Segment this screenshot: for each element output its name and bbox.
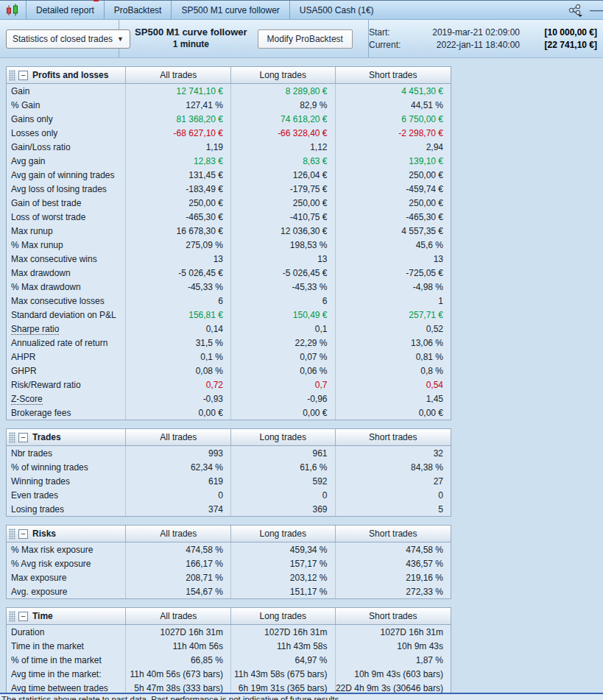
table-row: % Max risk exposure474,58 %459,34 %474,5… [7, 542, 451, 556]
row-label-cell: Avg. exposure [7, 587, 125, 597]
cell-value: 272,33 % [335, 584, 451, 598]
cell-value: 11h 40m 56s (673 bars) [125, 667, 230, 681]
table-row: % Max runup275,09 %198,53 %45,6 % [7, 238, 451, 252]
drag-grip-icon[interactable] [9, 528, 15, 540]
cell-value: 127,41 % [125, 98, 230, 112]
row-label: Nbr trades [11, 448, 52, 459]
cell-value: 1027D 16h 31m [125, 625, 230, 639]
row-label: Z-Score [11, 394, 43, 405]
collapse-minus-button[interactable]: − [18, 71, 28, 80]
row-label-cell: Brokerage fees [7, 408, 125, 418]
table-row: Duration1027D 16h 31m1027D 16h 31m1027D … [7, 625, 451, 639]
cell-value: 151,17 % [230, 584, 335, 598]
drag-grip-icon[interactable] [9, 432, 15, 443]
row-label: Duration [11, 627, 44, 637]
stats-table: −RisksAll tradesLong tradesShort trades%… [6, 525, 451, 599]
row-label: Risk/Reward ratio [11, 380, 81, 390]
table-row: GHPR0,08 %0,06 %0,8 % [7, 364, 451, 378]
table-title-cell: −Profits and losses [7, 67, 125, 83]
row-label-cell: Loss of worst trade [7, 212, 125, 222]
cell-value: 993 [125, 446, 230, 460]
column-header: Long trades [230, 67, 335, 83]
cell-value: 203,12 % [230, 570, 335, 584]
table-row: Gains only81 368,20 €74 618,20 €6 750,00… [7, 112, 451, 126]
row-label: Even trades [11, 490, 58, 501]
row-label-cell: % Max runup [7, 240, 125, 250]
cell-value: 13 [125, 252, 230, 266]
tab-detailed-report[interactable]: Detailed report [27, 1, 105, 19]
cell-value: 2,94 [335, 140, 451, 154]
cell-value: 64,97 % [230, 653, 335, 667]
tab-instrument[interactable]: USA500 Cash (1€) [290, 1, 384, 19]
cell-value: 6 [230, 294, 335, 308]
row-label: Losing trades [11, 504, 64, 515]
cell-value: 1,45 [335, 392, 451, 406]
row-label-cell: % of time in the market [7, 655, 125, 665]
minimize-dash-icon[interactable]: —— [590, 5, 603, 15]
column-header: Long trades [230, 429, 335, 445]
drag-grip-icon[interactable] [9, 70, 15, 81]
cell-value: 436,57 % [335, 556, 451, 570]
collapse-minus-button[interactable]: − [18, 529, 28, 539]
row-label: Avg gain [11, 156, 45, 166]
cell-value: 31,5 % [125, 336, 230, 350]
table-row: Max consecutive losses661 [7, 294, 451, 308]
tab-strategy[interactable]: SP500 M1 curve follower [172, 1, 289, 19]
cell-value: 126,04 € [230, 168, 335, 182]
row-label-cell: Nbr trades [7, 448, 125, 459]
cell-value: -0,93 [125, 392, 230, 406]
cell-value: 0,52 [335, 322, 451, 336]
cell-value: 1 [335, 294, 451, 308]
collapse-minus-button[interactable]: − [18, 433, 28, 442]
table-title: Risks [32, 528, 56, 539]
column-header: All trades [125, 429, 230, 445]
column-header: All trades [125, 608, 230, 624]
row-label: Max consecutive losses [11, 296, 105, 306]
cell-value: -45,33 % [230, 280, 335, 294]
table-row: Avg. exposure154,67 %151,17 %272,33 % [7, 584, 451, 598]
statistics-dropdown[interactable]: Statistics of closed trades ▼ [6, 29, 130, 49]
cell-value: -725,05 € [335, 266, 451, 280]
share-icon[interactable] [568, 4, 584, 17]
tab-label: USA500 Cash (1€) [300, 5, 374, 15]
table-header-row: −Profits and lossesAll tradesLong trades… [7, 67, 451, 84]
cell-value: 5 [335, 502, 451, 516]
cell-value: 131,45 € [125, 168, 230, 182]
cell-value: 11h 43m 58s (675 bars) [230, 667, 335, 681]
cell-value: 12,83 € [125, 154, 230, 168]
table-row: Risk/Reward ratio0,720,70,54 [7, 378, 451, 392]
row-label: Max runup [11, 226, 53, 236]
cell-value: 13 [335, 252, 451, 266]
row-label-cell: Max runup [7, 226, 125, 236]
collapse-minus-button[interactable]: − [18, 612, 28, 621]
modify-probacktest-button[interactable]: Modify ProBacktest [258, 29, 353, 49]
row-label: Winning trades [11, 476, 70, 487]
cell-value: 10h 9m 43s (603 bars) [335, 667, 451, 681]
row-label: Loss of worst trade [11, 212, 85, 222]
row-label: Gains only [11, 114, 53, 124]
table-title: Profits and losses [32, 70, 108, 80]
strategy-timeframe: 1 minute [135, 39, 247, 51]
table-row: % Max drawdown-45,33 %-45,33 %-4,98 % [7, 280, 451, 294]
tab-probacktest[interactable]: ProBacktest [105, 1, 172, 19]
current-row: Current: 2022-jan-11 18:40:00 [22 741,10… [369, 39, 597, 52]
row-label-cell: AHPR [7, 352, 125, 362]
drag-grip-icon[interactable] [9, 611, 15, 622]
cell-value: -2 298,70 € [335, 126, 451, 140]
cell-value: 961 [230, 446, 335, 460]
cell-value: 13 [230, 252, 335, 266]
tab-label: SP500 M1 curve follower [181, 5, 279, 15]
cell-value: 82,9 % [230, 98, 335, 112]
row-label: Avg gain of winning trades [11, 170, 115, 180]
row-label: Avg time between trades [11, 683, 108, 693]
table-row: Avg gain12,83 €8,63 €139,10 € [7, 154, 451, 168]
table-title: Time [32, 611, 53, 621]
cell-value: 74 618,20 € [230, 112, 335, 126]
table-header-row: −TimeAll tradesLong tradesShort trades [7, 608, 451, 625]
table-row: Avg loss of losing trades-183,49 €-179,7… [7, 182, 451, 196]
table-title-cell: −Time [7, 608, 125, 624]
cell-value: 45,6 % [335, 238, 451, 252]
table-row: Winning trades61959227 [7, 474, 451, 488]
row-label-cell: % Max risk exposure [7, 545, 125, 555]
cell-value: -0,96 [230, 392, 335, 406]
